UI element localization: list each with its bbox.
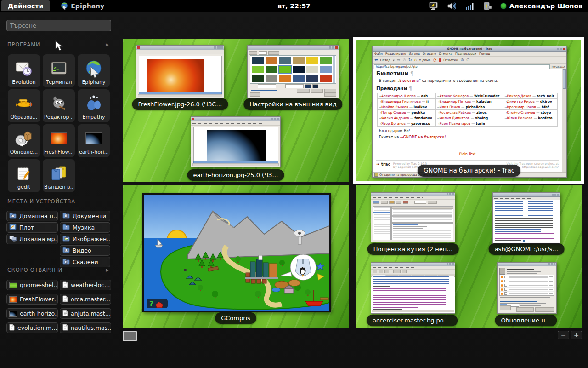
app-tile-gimp[interactable]: Редактор … xyxy=(43,89,75,122)
window-evolution-mail[interactable] xyxy=(371,192,455,242)
window-title-trac: GNOME на български! - Trac xyxy=(418,165,520,177)
app-menu-button[interactable]: Epiphany xyxy=(60,1,104,11)
app-label: Epiphany xyxy=(82,79,105,85)
window-title-gcompris: GCompris xyxy=(215,312,256,324)
app-label: Терминал xyxy=(46,79,72,85)
trac-logo: ❧ trac xyxy=(376,162,390,167)
browser-scrollbar[interactable] xyxy=(562,69,566,172)
zoom-in-button[interactable]: + xyxy=(571,331,582,339)
app-tile-software-update[interactable]: Обновле… xyxy=(8,124,40,157)
videos-folder-icon xyxy=(62,247,70,254)
app-tile-freshflower[interactable]: FreshFlow… xyxy=(43,124,75,157)
home-label: У дома xyxy=(419,58,430,62)
downloads-folder-icon xyxy=(62,258,70,266)
window-epiphany-trac[interactable]: GNOME на български! - Trac ФайлРедактира… xyxy=(372,46,567,178)
app-tile-evolution[interactable]: Evolution xyxy=(8,54,40,87)
recent-item-earth-horizon[interactable]: earth-horizo… xyxy=(6,308,58,319)
network-signal-icon[interactable] xyxy=(465,1,475,11)
window-gimp-freshflower[interactable] xyxy=(136,45,224,98)
home-icon[interactable]: ⌂ xyxy=(414,58,417,62)
app-tile-epiphany[interactable]: Epiphany xyxy=(78,54,110,87)
app-tile-empathy[interactable]: Empathy xyxy=(78,89,110,122)
recent-item-gnome-shell[interactable]: gnome-shel… xyxy=(6,280,58,290)
zoom-in-icon[interactable]: ⊕ xyxy=(460,58,464,62)
trac-page-content: Бюлетини ¶ В секция „Бюлетини“ са период… xyxy=(373,69,562,172)
search-input[interactable] xyxy=(6,20,111,31)
recent-expander-icon[interactable]: ▶ xyxy=(106,268,109,272)
zoom-out-icon[interactable]: ⊖ xyxy=(466,58,470,62)
app-label: Evolution xyxy=(12,79,35,85)
thanks-text: Благодарим Ви! xyxy=(379,129,559,133)
place-item-desktop[interactable]: Плот xyxy=(6,222,58,233)
back-icon[interactable]: ⬅ xyxy=(374,58,378,62)
app-tile-terminal[interactable]: >_ Терминал xyxy=(43,54,75,87)
history-icon[interactable]: ◔ xyxy=(433,58,436,62)
volume-icon[interactable] xyxy=(447,1,457,11)
text-file-icon xyxy=(9,324,15,332)
bookmarks-icon[interactable]: ▮ xyxy=(439,58,441,62)
gnome-bg-link[interactable]: →GNOME на български! xyxy=(400,135,446,139)
app-tile-earth-horizon[interactable]: earth-hori… xyxy=(78,124,110,157)
window-gedit-po[interactable] xyxy=(371,262,455,314)
place-label: Видео xyxy=(73,247,91,254)
place-item-pictures[interactable]: Изображен… xyxy=(60,234,110,244)
recent-item-weather[interactable]: weather-loc… xyxy=(60,280,111,290)
app-tile-appearance[interactable]: Външен в… xyxy=(43,159,75,192)
earth-image-icon xyxy=(85,128,102,149)
svg-text:>_: >_ xyxy=(54,65,59,70)
window-software-update[interactable] xyxy=(497,262,557,314)
place-item-videos[interactable]: Видео xyxy=(60,245,110,256)
places-left-column: Домашна п… Плот Локална мр… xyxy=(6,211,58,244)
activities-button[interactable]: Дейности xyxy=(1,0,50,12)
place-item-network[interactable]: Локална мр… xyxy=(6,234,58,244)
window-terminal[interactable] xyxy=(492,192,560,244)
display-icon[interactable] xyxy=(429,1,439,11)
place-item-music[interactable]: ♪ Музика xyxy=(60,222,110,233)
recent-item-freshflower[interactable]: FreshFlower… xyxy=(6,294,58,305)
epiphany-globe-icon xyxy=(60,1,68,11)
flower-thumb-icon xyxy=(9,296,17,303)
recent-item-evolution-po[interactable]: evolution.m… xyxy=(6,322,58,333)
svg-text:?: ? xyxy=(149,300,153,308)
place-item-downloads[interactable]: Свалени xyxy=(60,257,110,267)
programs-expander-icon[interactable]: ▶ xyxy=(106,42,109,47)
zoom-out-button[interactable]: − xyxy=(558,331,569,339)
back-label: Назад xyxy=(380,58,390,62)
app-tile-gcompris[interactable]: Образов… xyxy=(8,89,40,122)
window-appearance-settings[interactable] xyxy=(247,45,339,98)
window-gcompris[interactable]: ? xyxy=(142,193,331,312)
place-label: Свалени xyxy=(73,259,98,265)
workspace-2-active-frame[interactable]: GNOME на български! - Trac ФайлРедактира… xyxy=(353,37,584,184)
selected-wallpaper-thumb[interactable] xyxy=(279,66,291,73)
clock[interactable]: вт, 22:57 xyxy=(277,2,311,10)
recent-item-anjuta[interactable]: anjuta.mast… xyxy=(60,308,111,319)
trac-heading-translators: Преводачи xyxy=(376,86,407,91)
place-item-home[interactable]: Домашна п… xyxy=(6,211,58,221)
workspace-2[interactable]: GNOME на български! - Trac ФайлРедактира… xyxy=(356,40,581,181)
recent-item-nautilus[interactable]: nautilus.mas… xyxy=(60,322,111,333)
window-gimp-earth-horizon[interactable] xyxy=(191,116,281,167)
app-label: earth-hori… xyxy=(79,149,108,155)
desktop-icon xyxy=(9,224,17,231)
plain-text-link[interactable]: Plain Text xyxy=(459,152,476,156)
workspace-indicator[interactable] xyxy=(123,331,137,341)
workspace-3[interactable]: ? GCompris xyxy=(123,185,349,328)
forward-icon[interactable]: ➡ xyxy=(397,58,401,62)
user-menu-button[interactable]: Александър Шопов xyxy=(501,2,582,10)
reload-icon[interactable]: ↻ xyxy=(408,58,412,62)
place-label: Плот xyxy=(19,224,34,231)
stop-icon[interactable]: ⊘ xyxy=(402,58,406,62)
user-status-dot xyxy=(501,3,506,9)
bulletins-link[interactable]: Бюлетини xyxy=(399,79,419,83)
epiphany-browser-icon xyxy=(85,58,103,79)
trac-heading-bulletins: Бюлетини xyxy=(376,70,408,77)
recent-label: gnome-shel… xyxy=(20,282,58,288)
window-title-terminal: ash@GNOME:/usr/s… xyxy=(489,243,565,255)
place-item-documents[interactable]: Документи xyxy=(60,211,110,221)
battery-icon[interactable] xyxy=(483,1,493,11)
window-title-appearance: Настройки на външния вид xyxy=(243,98,342,110)
app-tile-gedit[interactable]: gedit xyxy=(8,159,40,192)
recent-item-orca[interactable]: orca.master.… xyxy=(60,294,111,305)
workspace-4[interactable]: Пощенска кутия (2 неп… ash@GNOME:/usr/s…… xyxy=(356,185,582,328)
workspace-1[interactable]: FreshFlower.jpg-26.0 (ЧЗС… Настройки на … xyxy=(123,39,349,182)
